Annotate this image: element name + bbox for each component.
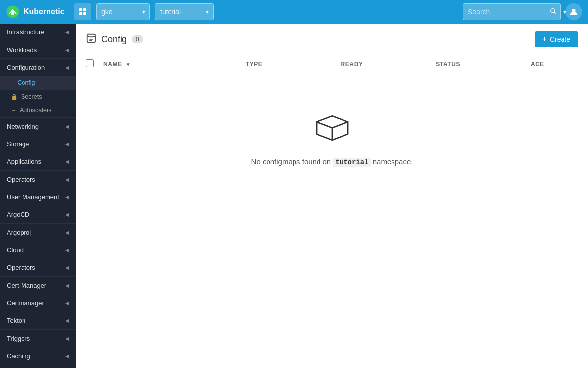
sidebar-section-certmanager: Certmanager◀ bbox=[0, 294, 76, 312]
grid-icon-button[interactable] bbox=[74, 3, 91, 20]
brand: Kubernetic bbox=[6, 5, 70, 19]
sidebar-section-label: Configuration bbox=[7, 64, 45, 71]
sidebar-section-triggers: Triggers◀ bbox=[0, 330, 76, 347]
header-type: TYPE bbox=[246, 61, 341, 68]
header-status: STATUS bbox=[436, 61, 531, 68]
sidebar-section-header-caching[interactable]: Caching◀ bbox=[0, 347, 76, 365]
sidebar-item-label-secrets: Secrets bbox=[21, 93, 42, 100]
brand-name: Kubernetic bbox=[24, 7, 65, 16]
empty-message: No configmaps found on tutorial namespac… bbox=[251, 158, 413, 166]
sidebar-section-arrow: ◀ bbox=[65, 353, 69, 359]
sidebar-section-header-argocd[interactable]: ArgoCD◀ bbox=[0, 206, 76, 223]
sidebar-section-user-management: User Management◀ bbox=[0, 188, 76, 206]
sidebar-section-label: Triggers bbox=[7, 335, 30, 342]
sidebar-item-icon-config: ≡ bbox=[11, 80, 14, 86]
user-icon bbox=[569, 7, 578, 16]
sidebar-section-configuration: Configuration◀≡Config🔒Secrets↔Autoscaler… bbox=[0, 59, 76, 118]
sidebar-section-header-user-management[interactable]: User Management◀ bbox=[0, 188, 76, 206]
sidebar-item-label-autoscalers: Autoscalers bbox=[20, 107, 51, 114]
sidebar-section-header-tekton[interactable]: Tekton◀ bbox=[0, 312, 76, 329]
search-dropdown-button[interactable]: ▼ bbox=[561, 7, 569, 17]
sidebar-section-label: Infrastructure bbox=[7, 28, 45, 36]
sidebar-section-arrow: ◀ bbox=[65, 141, 69, 147]
sidebar-section-label: Cloud bbox=[7, 246, 24, 254]
sidebar-section-header-operators[interactable]: Operators◀ bbox=[0, 171, 76, 188]
sidebar-section-arrow: ◀ bbox=[65, 265, 69, 270]
sidebar-section-label: Operators bbox=[7, 264, 35, 271]
sidebar-section-label: Storage bbox=[7, 140, 29, 148]
empty-configmap-icon bbox=[315, 113, 350, 143]
sidebar-section-label: Operators bbox=[7, 176, 35, 183]
sidebar-section-applications: Applications◀ bbox=[0, 153, 76, 171]
sidebar-section-operators2: Operators◀ bbox=[0, 259, 76, 277]
sidebar-section-jaegertracing: Jaegertracing◀ bbox=[0, 365, 76, 368]
cluster-select[interactable]: gke minikube production bbox=[96, 3, 150, 20]
sidebar-section-arrow: ◀ bbox=[65, 318, 69, 323]
sidebar-section-arrow: ◀ bbox=[65, 247, 69, 253]
sidebar-section-header-applications[interactable]: Applications◀ bbox=[0, 153, 76, 170]
cluster-select-wrap: gke minikube production ▼ bbox=[96, 3, 150, 20]
search-input[interactable] bbox=[463, 3, 561, 20]
sidebar-section-arrow: ◀ bbox=[65, 47, 69, 53]
header-name[interactable]: NAME ▼ bbox=[103, 61, 246, 68]
sidebar-section-label: Applications bbox=[7, 158, 41, 165]
sidebar-section-header-infrastructure[interactable]: Infrastructure◀ bbox=[0, 24, 76, 41]
select-all-checkbox[interactable] bbox=[86, 59, 94, 67]
sidebar-section-header-storage[interactable]: Storage◀ bbox=[0, 135, 76, 153]
sidebar-section-header-cert-manager[interactable]: Cert-Manager◀ bbox=[0, 277, 76, 294]
header-age: AGE bbox=[531, 61, 578, 68]
sidebar-item-label-config: Config bbox=[17, 79, 35, 86]
svg-rect-1 bbox=[79, 8, 82, 11]
search-icon bbox=[550, 8, 557, 15]
sidebar-section-label: User Management bbox=[7, 193, 59, 201]
svg-point-7 bbox=[572, 9, 575, 12]
grid-icon bbox=[79, 8, 87, 16]
sidebar: Infrastructure◀Workloads◀Configuration◀≡… bbox=[0, 24, 76, 368]
page-count-badge: 0 bbox=[132, 35, 143, 43]
sidebar-section-label: Certmanager bbox=[7, 299, 44, 307]
sidebar-section-arrow: ◀ bbox=[65, 212, 69, 217]
sidebar-section-label: Caching bbox=[7, 352, 30, 360]
sidebar-section-arrow: ◀ bbox=[65, 29, 69, 35]
create-button[interactable]: + Create bbox=[535, 31, 578, 47]
sidebar-section-arrow: ◀ bbox=[65, 300, 69, 306]
search-wrap: ▼ bbox=[463, 3, 561, 20]
empty-icon bbox=[315, 113, 350, 148]
sidebar-section-infrastructure: Infrastructure◀ bbox=[0, 24, 76, 41]
sidebar-section-header-jaegertracing[interactable]: Jaegertracing◀ bbox=[0, 365, 76, 368]
empty-namespace: tutorial bbox=[333, 158, 370, 167]
create-label: Create bbox=[550, 35, 570, 43]
sidebar-item-autoscalers[interactable]: ↔Autoscalers bbox=[0, 104, 76, 117]
sidebar-item-config[interactable]: ≡Config bbox=[0, 76, 76, 90]
sidebar-item-secrets[interactable]: 🔒Secrets bbox=[0, 90, 76, 104]
sidebar-section-label: Cert-Manager bbox=[7, 282, 46, 289]
sidebar-section-networking: Networking◀ bbox=[0, 118, 76, 135]
name-sort-icon: ▼ bbox=[126, 62, 131, 67]
page-title-icon bbox=[86, 33, 97, 46]
sidebar-section-label: Workloads bbox=[7, 46, 37, 53]
namespace-select-wrap: tutorial default kube-system ▼ bbox=[155, 3, 214, 20]
brand-logo bbox=[6, 5, 20, 19]
sidebar-section-header-certmanager[interactable]: Certmanager◀ bbox=[0, 294, 76, 312]
layout: Infrastructure◀Workloads◀Configuration◀≡… bbox=[0, 24, 588, 368]
svg-rect-3 bbox=[79, 12, 82, 15]
namespace-select[interactable]: tutorial default kube-system bbox=[155, 3, 214, 20]
sidebar-section-header-triggers[interactable]: Triggers◀ bbox=[0, 330, 76, 347]
sidebar-section-header-operators2[interactable]: Operators◀ bbox=[0, 259, 76, 276]
sidebar-section-label: ArgoCD bbox=[7, 211, 29, 218]
sidebar-item-icon-autoscalers: ↔ bbox=[11, 107, 16, 113]
sidebar-section-header-argoproj[interactable]: Argoproj◀ bbox=[0, 224, 76, 241]
sidebar-section-arrow: ◀ bbox=[65, 283, 69, 288]
sidebar-section-header-cloud[interactable]: Cloud◀ bbox=[0, 241, 76, 259]
sidebar-section-arrow: ◀ bbox=[65, 124, 69, 129]
sidebar-section-label: Argoproj bbox=[7, 229, 31, 236]
sidebar-section-arrow: ◀ bbox=[65, 177, 69, 182]
search-button[interactable] bbox=[548, 6, 559, 18]
sidebar-section-header-networking[interactable]: Networking◀ bbox=[0, 118, 76, 135]
page-title-row: Config 0 bbox=[86, 33, 143, 53]
sidebar-section-tekton: Tekton◀ bbox=[0, 312, 76, 330]
sidebar-section-header-workloads[interactable]: Workloads◀ bbox=[0, 41, 76, 58]
sidebar-section-workloads: Workloads◀ bbox=[0, 41, 76, 59]
svg-rect-4 bbox=[83, 12, 86, 15]
sidebar-section-header-configuration[interactable]: Configuration◀ bbox=[0, 59, 76, 76]
